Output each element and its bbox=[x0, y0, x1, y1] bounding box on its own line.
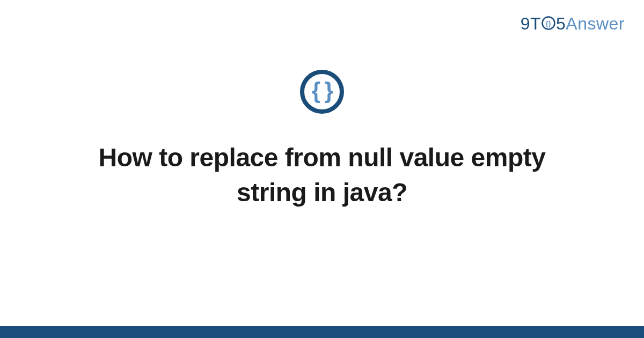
logo-nine: 9 bbox=[521, 14, 530, 33]
footer-bar bbox=[0, 326, 644, 338]
braces-glyph: { } bbox=[312, 79, 332, 102]
logo-answer: Answer bbox=[566, 14, 625, 33]
site-logo: 9T {} 5Answer bbox=[521, 14, 625, 34]
logo-five: 5 bbox=[556, 14, 566, 33]
logo-circle-icon: {} bbox=[541, 14, 555, 28]
svg-text:{}: {} bbox=[546, 20, 551, 27]
main-content: { } How to replace from null value empty… bbox=[0, 70, 644, 210]
code-braces-icon: { } bbox=[300, 70, 344, 114]
question-title: How to replace from null value empty str… bbox=[80, 141, 564, 210]
logo-t: T bbox=[530, 14, 541, 33]
